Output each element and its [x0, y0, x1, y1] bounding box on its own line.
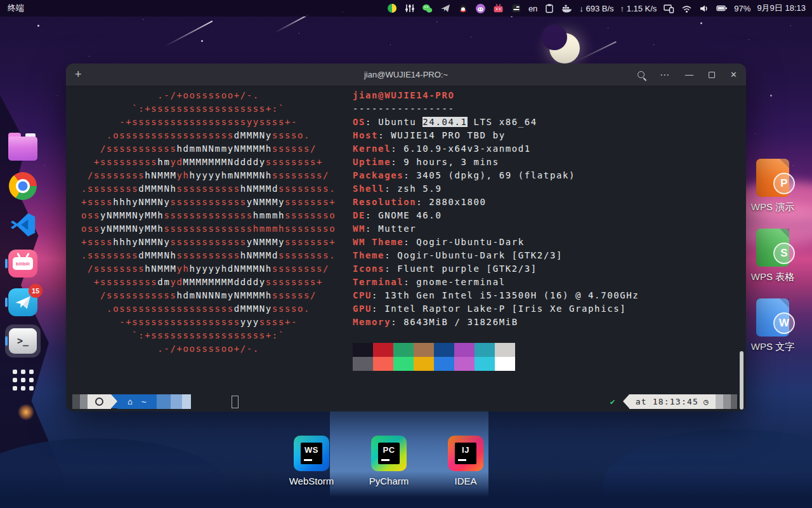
- desktop-icon-label: WPS 文字: [751, 341, 794, 353]
- palette-swatch: [454, 357, 475, 371]
- bilibili-icon: bilibili: [8, 250, 37, 277]
- palette-swatch: [373, 343, 393, 357]
- palette-swatch: [353, 343, 373, 357]
- wifi-icon[interactable]: [681, 3, 692, 14]
- dock-item-files[interactable]: [3, 132, 43, 163]
- desktop-icon-label: IDEA: [454, 476, 476, 486]
- dock-item-vscode[interactable]: [3, 210, 43, 240]
- telegram-icon: 15: [8, 288, 37, 316]
- running-indicator: [5, 298, 8, 307]
- net-up-speed: ↑ 1.15 K/s: [620, 4, 657, 13]
- shell-prompt: ⌂ ~ ✔ at 18:13:45 ◷: [72, 394, 737, 409]
- current-path: ~: [141, 397, 147, 406]
- search-icon[interactable]: [638, 71, 645, 78]
- palette-swatch: [414, 343, 434, 357]
- docker-icon[interactable]: [561, 3, 573, 14]
- desktop-icon-wps-writer[interactable]: W WPS 文字: [742, 298, 803, 353]
- desktop-icon-label: PyCharm: [369, 476, 409, 486]
- maximize-button[interactable]: [709, 72, 715, 78]
- palette-swatch: [393, 343, 414, 357]
- desktop-icon-webstorm[interactable]: WS WebStorm: [281, 436, 342, 486]
- wps-writer-icon: W: [756, 298, 789, 337]
- palette-swatch: [434, 343, 454, 357]
- running-indicator: [5, 337, 8, 346]
- vscode-icon: [9, 211, 37, 239]
- mixer-icon[interactable]: [404, 3, 416, 14]
- active-app-highlight: >_: [5, 324, 41, 358]
- prompt-time: at 18:13:45: [636, 397, 698, 406]
- active-app-name[interactable]: 终端: [8, 3, 24, 14]
- dock-item-telegram[interactable]: 15: [3, 287, 43, 318]
- palette-swatch: [495, 343, 515, 357]
- chrome-icon: [9, 172, 37, 200]
- palette-swatch: [454, 343, 475, 357]
- terminal-window: + jian@WUJIE14-PRO:~ ⋯ — ✕ .-/+oossssoo+…: [66, 64, 746, 411]
- battery-percent[interactable]: 97%: [734, 4, 750, 13]
- webstorm-icon: WS: [294, 436, 329, 471]
- top-panel: 终端 en ↓ 693 B/s ↑: [0, 0, 812, 17]
- terminal-scrollbar[interactable]: [740, 351, 743, 410]
- bilibili-wordmark: bilibili: [16, 262, 30, 266]
- input-method-label[interactable]: en: [528, 4, 537, 13]
- desktop: 终端 en ↓ 693 B/s ↑: [0, 0, 812, 508]
- desktop-icon-label: WebStorm: [289, 476, 334, 486]
- menu-button[interactable]: ⋯: [660, 72, 670, 78]
- window-titlebar[interactable]: + jian@WUJIE14-PRO:~ ⋯ — ✕: [66, 64, 746, 86]
- exit-status-ok: ✔: [610, 397, 615, 406]
- lantern-glow: [18, 404, 34, 420]
- palette-swatch: [373, 357, 393, 371]
- files-icon: [8, 137, 37, 161]
- dock-item-terminal[interactable]: >_: [3, 326, 43, 356]
- battery-icon[interactable]: [716, 3, 728, 14]
- system-tray: en ↓ 693 B/s ↑ 1.15 K/s 97% 9月9日 18:13: [386, 3, 806, 14]
- idea-icon: IJ: [448, 436, 483, 471]
- desktop-icon-wps-spreadsheet[interactable]: S WPS 表格: [742, 229, 803, 283]
- volume-icon[interactable]: [698, 3, 710, 14]
- clipboard-icon[interactable]: [544, 3, 555, 14]
- palette-swatch: [475, 343, 495, 357]
- wps-presentation-icon: P: [756, 159, 789, 197]
- desktop-icon-wps-presentation[interactable]: P WPS 演示: [742, 159, 803, 213]
- color-wheel-icon[interactable]: [386, 3, 398, 14]
- idea-abbr: IJ: [455, 443, 476, 464]
- home-icon: ⌂: [128, 397, 133, 406]
- window-title: jian@WUJIE14-PRO:~: [364, 70, 448, 79]
- desktop-icon-idea[interactable]: IJ IDEA: [435, 436, 496, 486]
- telegram-tray-icon[interactable]: [440, 3, 451, 14]
- color-palette: [353, 343, 515, 371]
- neofetch-info: jian@WUJIE14-PRO----------------OS: Ubun…: [353, 89, 639, 329]
- dock-item-app-grid[interactable]: [3, 364, 43, 395]
- close-button[interactable]: ✕: [730, 72, 737, 78]
- wps-spreadsheet-letter: S: [773, 243, 795, 264]
- moon: [549, 33, 580, 64]
- pycharm-abbr: PC: [378, 443, 400, 464]
- bilibili-tray-icon[interactable]: [493, 3, 504, 14]
- face-app-icon[interactable]: [475, 3, 487, 14]
- palette-swatch: [434, 357, 454, 371]
- dock-item-bilibili[interactable]: bilibili: [3, 248, 43, 279]
- dock: bilibili 15 >_: [3, 132, 43, 395]
- net-down-speed: ↓ 693 B/s: [579, 4, 613, 13]
- desktop-icon-pycharm[interactable]: PC PyCharm: [358, 436, 419, 486]
- palette-swatch: [495, 357, 515, 371]
- wps-writer-letter: W: [773, 312, 795, 334]
- notification-badge: 15: [29, 284, 43, 298]
- ubuntu-logo-icon: [95, 398, 103, 406]
- fcitx-icon[interactable]: [511, 3, 522, 14]
- clock-icon: ◷: [704, 397, 709, 406]
- minimize-button[interactable]: —: [685, 72, 693, 78]
- new-tab-button[interactable]: +: [75, 68, 82, 81]
- palette-swatch: [414, 357, 434, 371]
- terminal-icon: >_: [9, 328, 37, 354]
- palette-swatch: [393, 357, 414, 371]
- kdeconnect-icon[interactable]: [663, 3, 674, 14]
- palette-swatch: [475, 357, 495, 371]
- app-grid-icon: [13, 370, 34, 391]
- pycharm-icon: PC: [371, 436, 407, 471]
- qq-icon[interactable]: [457, 3, 469, 14]
- terminal-cursor: [232, 396, 239, 408]
- clock-date[interactable]: 9月9日 18:13: [757, 3, 806, 14]
- wechat-icon[interactable]: [422, 3, 433, 14]
- desktop-icon-label: WPS 演示: [751, 201, 794, 213]
- dock-item-chrome[interactable]: [3, 171, 43, 201]
